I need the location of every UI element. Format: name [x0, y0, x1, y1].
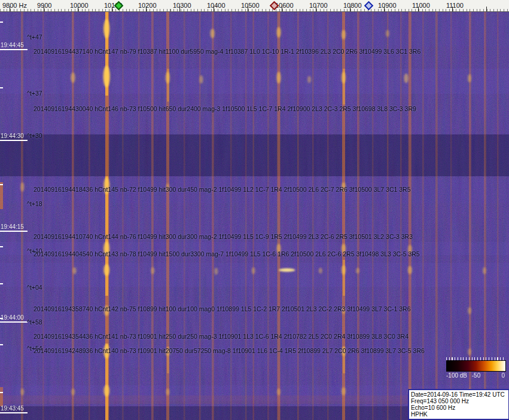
event-data-line: 20140916194354436 hCnt141 nb-73 f10901 h…: [33, 333, 409, 340]
event-offset-label: ^t+58: [27, 318, 42, 326]
event-data-line: 20140916194404540 hCnt143 nb-78 f10499 h…: [33, 250, 420, 257]
event-tick: [0, 22, 3, 23]
freq-label-10300: 10300: [173, 2, 191, 9]
freq-label-9900: 9900: [37, 2, 51, 9]
db-label-min: -100 dB: [446, 372, 467, 379]
freq-label-11100: 11100: [446, 2, 464, 9]
event-data-line: 20140916194437140 hCnt147 nb-79 f10387 h…: [33, 48, 420, 55]
spectrogram-waterfall[interactable]: 19:44:45 19:44:30 19:44:15 19:44:00 19:4…: [0, 12, 509, 420]
freq-label-10900: 10900: [378, 2, 397, 9]
db-gradient-bar: [446, 360, 506, 372]
event-tick: [0, 87, 3, 88]
event-data-line: 20140916194248936 hCnt140 nb-73 f10901 h…: [33, 347, 425, 354]
freq-label-10500: 10500: [241, 2, 260, 9]
info-echo: Echo=10 600 Hz: [411, 404, 507, 411]
event-offset-label: ^t+30: [27, 132, 42, 139]
info-station: HPHK: [411, 411, 507, 418]
time-label-194445: 19:44:45: [1, 42, 24, 48]
time-label-194415: 19:44:15: [1, 223, 24, 230]
event-tick: [0, 184, 3, 185]
event-offset-label: ^t+04: [27, 284, 42, 291]
event-tick: [0, 246, 3, 247]
frequency-axis-bar: 9800 Hz 9900 10000 10100 10200 10300 104…: [0, 0, 509, 12]
db-color-scale: -100 dB -50 0: [446, 357, 506, 379]
event-tick: [0, 283, 3, 284]
freq-label-10000: 10000: [70, 2, 89, 9]
info-date-time: Date=2014-09-16 Time=19:42 UTC: [411, 391, 507, 398]
event-offset-label: ^t+47: [27, 33, 42, 41]
db-label-max: 0: [501, 372, 505, 379]
freq-label-11000: 11000: [412, 2, 430, 9]
freq-label-10700: 10700: [309, 2, 328, 9]
info-frequency: Freq=143 050 000 Hz: [411, 398, 507, 404]
freq-label-10800: 10800: [343, 2, 362, 9]
spectrogram-canvas: [0, 12, 509, 420]
event-data-line: 20140916194418436 hCnt145 nb-72 f10499 h…: [33, 186, 411, 193]
db-label-mid: -50: [472, 372, 480, 379]
blue-diamond-marker-icon[interactable]: [364, 1, 374, 11]
freq-label-10200: 10200: [138, 2, 157, 9]
freq-label-9800: 9800 Hz: [2, 2, 27, 9]
event-tick: [0, 344, 3, 345]
event-data-line: 20140916194410740 hCnt144 nb-76 f10499 h…: [33, 233, 413, 240]
event-offset-label: ^t+18: [27, 200, 42, 207]
time-label-194430: 19:44:30: [1, 133, 24, 139]
freq-label-10400: 10400: [207, 2, 225, 9]
observation-info-box: Date=2014-09-16 Time=19:42 UTC Freq=143 …: [408, 389, 509, 420]
event-tick: [0, 392, 3, 393]
time-label-194400: 19:44:00: [1, 314, 24, 321]
event-data-line: 20140916194430040 hCnt146 nb-73 f10500 h…: [33, 105, 416, 112]
event-offset-label: ^t+37: [27, 90, 42, 97]
event-data-line: 20140916194358740 hCnt142 nb-75 f10899 h…: [33, 305, 411, 312]
time-label-194345: 19:43:45: [1, 405, 24, 412]
